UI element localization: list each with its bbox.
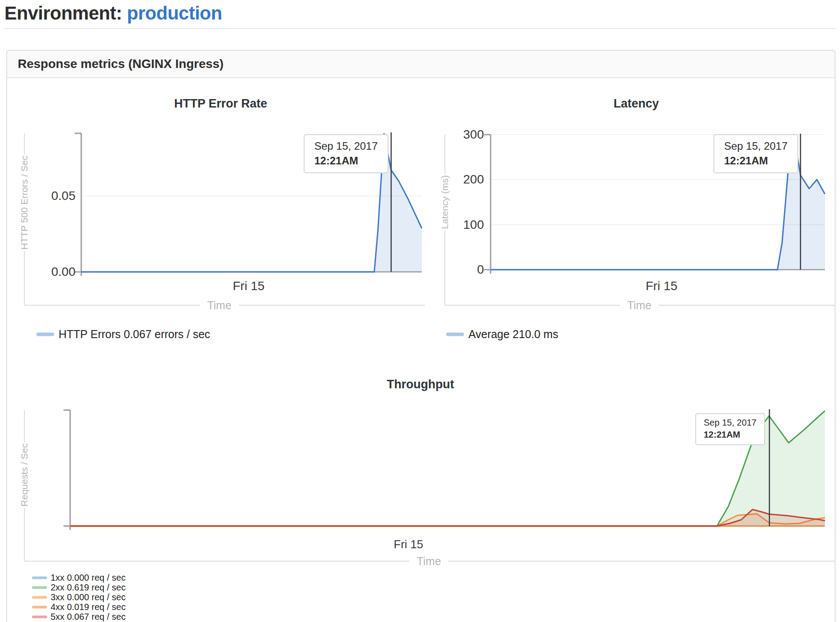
legend-item-1xx: 1xx 0.000 req / sec bbox=[32, 573, 126, 583]
tooltip-date: Sep 15, 2017 bbox=[314, 139, 378, 153]
x-tick-throughput: Fri 15 bbox=[394, 538, 423, 551]
chart-title-latency: Latency bbox=[614, 97, 659, 111]
chart-title-throughput: Throughput bbox=[387, 378, 454, 391]
y-tick-100: 100 bbox=[435, 218, 484, 232]
legend-item-5xx: 5xx 0.067 req / sec bbox=[32, 612, 126, 622]
tooltip-date: Sep 15, 2017 bbox=[704, 417, 757, 429]
series-line-5xx bbox=[70, 510, 825, 526]
legend-label: 5xx 0.067 req / sec bbox=[51, 612, 126, 622]
legend-swatch bbox=[32, 606, 47, 608]
charts-canvas[interactable] bbox=[0, 0, 840, 622]
y-tick-0.05: 0.05 bbox=[27, 189, 75, 203]
legend-swatch bbox=[446, 332, 464, 336]
legend-label: 1xx 0.000 req / sec bbox=[51, 573, 126, 583]
legend-swatch bbox=[32, 615, 47, 618]
tooltip-time: 12:21AM bbox=[724, 153, 788, 168]
legend-swatch bbox=[32, 596, 47, 598]
legend-item-average: Average 210.0 ms bbox=[446, 328, 558, 341]
tooltip-time: 12:21AM bbox=[314, 153, 378, 168]
y-axis-label-throughput: Requests / Sec bbox=[15, 442, 34, 508]
tooltip-latency: Sep 15, 201712:21AM bbox=[713, 134, 798, 173]
series-area-5xx bbox=[70, 510, 825, 526]
legend-label: 2xx 0.619 req / sec bbox=[51, 582, 126, 593]
legend-swatch bbox=[36, 332, 54, 336]
tooltip-throughput: Sep 15, 201712:21AM bbox=[695, 413, 765, 445]
tooltip-time: 12:21AM bbox=[704, 429, 757, 441]
response-metrics-panel: Response metrics (NGINX Ingress) HTTP Er… bbox=[6, 50, 836, 622]
charts-area: HTTP Error RateHTTP 500 Errors / SecTime… bbox=[0, 0, 840, 622]
legend-item-2xx: 2xx 0.619 req / sec bbox=[32, 582, 126, 593]
chart-title-error-rate: HTTP Error Rate bbox=[174, 97, 267, 111]
legend-item-http: HTTP Errors 0.067 errors / sec bbox=[36, 328, 210, 341]
x-axis-label-latency: Time bbox=[620, 298, 659, 313]
tooltip-error-rate: Sep 15, 201712:21AM bbox=[304, 134, 388, 173]
legend-item-4xx: 4xx 0.019 req / sec bbox=[32, 602, 126, 612]
x-axis-label-error-rate: Time bbox=[200, 298, 239, 313]
series-area-4xx bbox=[70, 514, 825, 526]
legend-item-3xx: 3xx 0.000 req / sec bbox=[32, 592, 126, 602]
x-tick-latency: Fri 15 bbox=[646, 279, 678, 293]
legend-label: 3xx 0.000 req / sec bbox=[51, 592, 126, 602]
series-line-4xx bbox=[70, 514, 825, 526]
y-tick-200: 200 bbox=[435, 172, 484, 187]
x-tick-error-rate: Fri 15 bbox=[233, 279, 265, 293]
y-tick-0: 0 bbox=[435, 263, 484, 277]
legend-swatch bbox=[32, 576, 47, 579]
legend-swatch bbox=[32, 586, 47, 589]
y-tick-300: 300 bbox=[435, 128, 484, 142]
x-axis-label-throughput: Time bbox=[410, 554, 448, 569]
legend-label: 4xx 0.019 req / sec bbox=[51, 602, 126, 612]
legend-label: Average 210.0 ms bbox=[468, 328, 558, 341]
y-tick-0.00: 0.00 bbox=[27, 265, 75, 279]
legend-label: HTTP Errors 0.067 errors / sec bbox=[59, 328, 210, 341]
tooltip-date: Sep 15, 2017 bbox=[724, 139, 788, 153]
